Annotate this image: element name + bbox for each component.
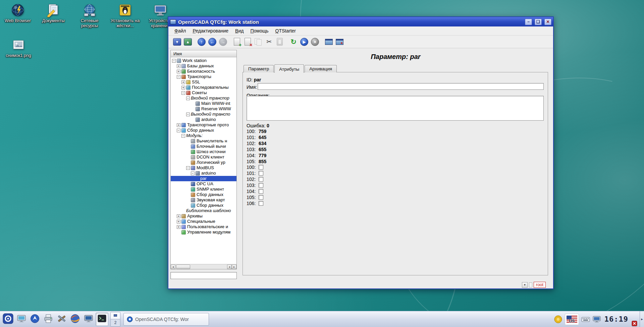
tree-expander-icon[interactable]: + (177, 225, 180, 229)
tree-item[interactable]: −ModBUS (171, 165, 236, 171)
tree-expander-icon[interactable]: − (186, 96, 190, 100)
scrollbar-track[interactable] (175, 265, 227, 269)
tree-expander-icon[interactable]: + (177, 123, 180, 127)
name-input[interactable] (258, 83, 544, 90)
tab-1[interactable]: Параметр (244, 65, 274, 72)
tree-horizontal-scrollbar[interactable]: ◂ ◂ ▸ (171, 264, 236, 269)
tree-item[interactable]: arduino (171, 117, 236, 122)
maximize-button[interactable]: ❑ (535, 19, 542, 25)
package-tool-button[interactable] (55, 313, 68, 326)
save-to-db-button[interactable]: ▲ (182, 37, 193, 47)
add-item-button[interactable]: + (231, 37, 242, 47)
tree-item[interactable]: −Выходной транспо (171, 112, 236, 117)
tree-item[interactable]: Сбор данных (171, 192, 236, 197)
show-desktop-button[interactable] (15, 313, 28, 326)
tree-item[interactable]: +Специальные (171, 219, 236, 224)
close-button[interactable]: ✕ (544, 19, 551, 25)
menu-item[interactable]: Помощь (247, 27, 272, 35)
refresh-button[interactable]: ↻ (288, 37, 299, 47)
attribute-checkbox[interactable] (259, 189, 263, 194)
tree-column-header[interactable]: Имя (171, 50, 236, 57)
tree-expander-icon[interactable]: − (181, 134, 185, 138)
cut-item-button[interactable]: ✂ (264, 37, 274, 47)
tree-item[interactable]: +Базы данных (171, 63, 236, 69)
tree-item[interactable]: Сбор данных (171, 203, 236, 208)
tree-expander-icon[interactable]: − (186, 113, 190, 116)
tab-3[interactable]: Архивация (305, 65, 337, 72)
tree-item[interactable]: +Последовательны (171, 85, 236, 90)
tree-expander-icon[interactable]: − (191, 172, 195, 175)
tree-filter-input[interactable] (170, 272, 237, 279)
description-textarea[interactable] (247, 96, 544, 121)
konqueror-button[interactable] (29, 313, 41, 326)
snapshot-file[interactable]: снимок1.png (2, 38, 35, 58)
tree-item[interactable]: +SSL (171, 79, 236, 85)
tab-2[interactable]: Атрибуты (274, 64, 304, 73)
tree-item[interactable]: Вычислитель н (171, 138, 236, 144)
delete-item-button[interactable]: × (242, 37, 253, 47)
tree-item[interactable]: Блочный вычи (171, 144, 236, 149)
tree-item[interactable]: Библиотека шаблоно (171, 208, 236, 213)
tree-item[interactable]: OPC UA (171, 181, 236, 187)
tree-expander-icon[interactable]: − (177, 129, 180, 132)
tray-alert-icon[interactable] (632, 321, 637, 326)
scroll-left-icon[interactable]: ◂ (171, 265, 175, 269)
tree-item[interactable]: +Транспортные прото (171, 122, 236, 128)
attribute-checkbox[interactable] (259, 195, 263, 200)
load-from-db-button[interactable]: ▼ (172, 37, 182, 47)
status-mini-box[interactable] (529, 282, 532, 287)
menu-item[interactable]: Вид (232, 27, 247, 35)
tree-item[interactable]: Main WWW-int (171, 101, 236, 106)
taskbar-task-button[interactable]: OpenSCADA QTCfg: Wor (123, 313, 209, 326)
tree-expander-icon[interactable]: + (177, 64, 180, 68)
menu-item[interactable]: Редактирование (189, 27, 232, 35)
tree-item[interactable]: par (171, 176, 236, 181)
tree-expander-icon[interactable]: + (181, 80, 185, 84)
tree-item[interactable]: −Сокеты (171, 90, 236, 95)
menu-item[interactable]: QTStarter (272, 27, 299, 35)
tree-item[interactable]: +Пользовательские и (171, 224, 236, 230)
tree-item[interactable]: Звуковая карт (171, 197, 236, 203)
window-titlebar[interactable]: OpenSCADA QTCfg: Work station − ❑ ✕ (168, 17, 553, 26)
scroll-left-icon[interactable]: ◂ (227, 265, 232, 269)
menu-item[interactable]: Файл (171, 27, 189, 35)
app-menu-button[interactable] (2, 313, 14, 326)
notifier-icon[interactable] (554, 315, 562, 324)
tree-item[interactable]: −Модуль: (171, 133, 236, 138)
scrollbar-thumb[interactable] (176, 265, 190, 269)
panel-hide-arrow[interactable]: ▸ (640, 311, 644, 327)
tree-item[interactable]: SNMP клиент (171, 187, 236, 192)
tree-item[interactable]: −Входной транспор (171, 95, 236, 101)
tree-item[interactable]: Управление модулям (171, 230, 236, 235)
tree-expander-icon[interactable]: − (181, 91, 185, 95)
stop-update-button[interactable]: × (310, 37, 320, 47)
up-button[interactable]: ↑ (196, 37, 207, 47)
tree-expander-icon[interactable]: − (177, 75, 180, 79)
current-user-badge[interactable]: root (534, 282, 546, 288)
tree-expander-icon[interactable]: + (181, 86, 185, 89)
attribute-checkbox[interactable] (259, 201, 263, 206)
scroll-right-icon[interactable]: ▸ (232, 265, 236, 269)
back-button[interactable]: ← (207, 37, 218, 47)
tree-expander-icon[interactable]: − (172, 59, 176, 63)
tree-item[interactable]: −arduino (171, 171, 236, 176)
tree-item[interactable]: +Безопасность (171, 69, 236, 74)
tree-expander-icon[interactable]: + (177, 220, 180, 223)
attribute-checkbox[interactable] (259, 177, 263, 182)
tree-expander-icon[interactable]: + (177, 214, 180, 218)
tree-item[interactable]: +Архивы (171, 213, 236, 219)
monitor-tray-icon[interactable] (592, 315, 601, 323)
tree-item[interactable]: −Work station (171, 58, 236, 63)
pager-desktop-1[interactable] (111, 312, 120, 320)
tree-item[interactable]: DCON клиент (171, 154, 236, 160)
install-to-disk[interactable]: Установить на жёстки... (109, 3, 141, 28)
tree-item[interactable]: Reserve WWW (171, 106, 236, 112)
keyboard-icon[interactable] (581, 316, 590, 323)
internet-browser-button[interactable] (69, 313, 82, 326)
minimize-button[interactable]: − (525, 19, 532, 25)
network-resources[interactable]: Сетевые ресурсы (73, 3, 106, 28)
attribute-checkbox[interactable] (259, 171, 263, 176)
keyboard-layout-flag[interactable]: US (565, 314, 579, 325)
quick-window-2-button[interactable] (334, 37, 345, 47)
attribute-checkbox[interactable] (259, 165, 263, 170)
